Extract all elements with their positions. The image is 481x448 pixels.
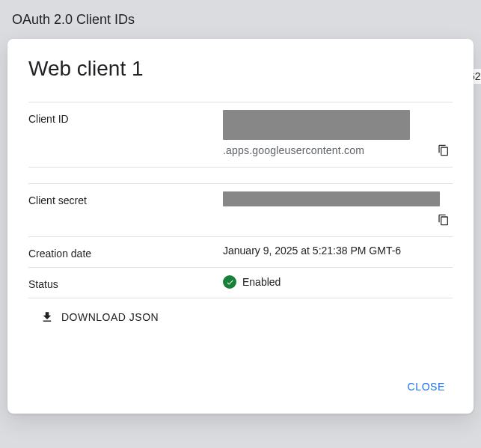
page-title: OAuth 2.0 Client IDs bbox=[0, 0, 481, 34]
download-json-label: DOWNLOAD JSON bbox=[61, 311, 159, 323]
label-client-secret: Client secret bbox=[28, 191, 223, 206]
copy-icon bbox=[438, 214, 450, 226]
copy-icon bbox=[438, 144, 450, 156]
copy-client-secret-button[interactable] bbox=[435, 211, 453, 229]
oauth-client-dialog: Web client 1 Client ID .apps.googleuserc… bbox=[7, 39, 474, 414]
close-button[interactable]: CLOSE bbox=[400, 375, 453, 399]
row-client-id: Client ID .apps.googleusercontent.com bbox=[28, 102, 453, 167]
copy-client-id-button[interactable] bbox=[435, 141, 453, 159]
download-json-button[interactable]: DOWNLOAD JSON bbox=[36, 307, 163, 327]
check-icon bbox=[226, 278, 234, 286]
row-creation-date: Creation date January 9, 2025 at 5:21:38… bbox=[28, 236, 453, 267]
client-secret-redacted bbox=[223, 191, 440, 206]
label-creation-date: Creation date bbox=[28, 245, 223, 260]
row-client-secret: Client secret bbox=[28, 183, 453, 236]
client-id-suffix: .apps.googleusercontent.com bbox=[223, 144, 429, 156]
value-status: Enabled bbox=[242, 276, 281, 288]
status-enabled-icon bbox=[223, 275, 236, 289]
label-status: Status bbox=[28, 275, 223, 290]
client-id-redacted bbox=[223, 110, 410, 140]
value-creation-date: January 9, 2025 at 5:21:38 PM GMT-6 bbox=[223, 245, 453, 257]
label-client-id: Client ID bbox=[28, 110, 223, 125]
download-icon bbox=[40, 310, 54, 324]
row-status: Status Enabled bbox=[28, 267, 453, 298]
row-spacer bbox=[28, 167, 453, 183]
dialog-title: Web client 1 bbox=[28, 57, 453, 81]
